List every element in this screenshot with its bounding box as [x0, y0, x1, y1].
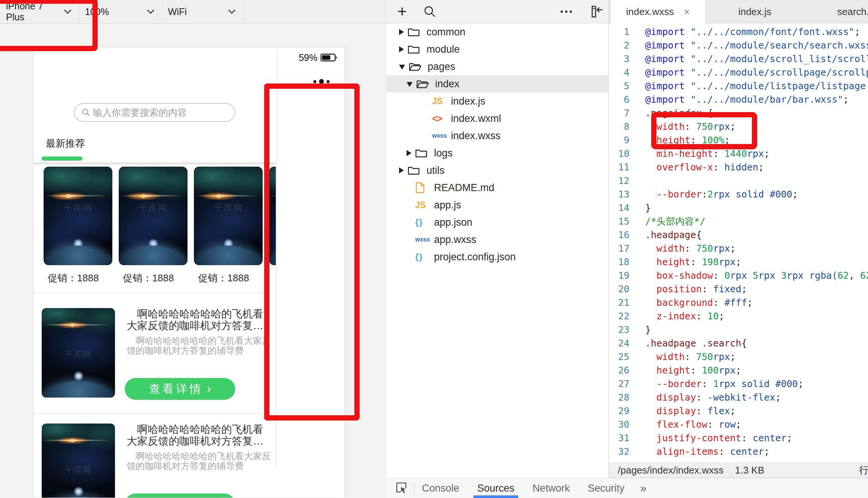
code-line-7: 7.pageindex { — [609, 106, 868, 120]
debugger-tab-network[interactable]: Network — [532, 478, 570, 498]
debugger-tab-console[interactable]: Console — [422, 478, 459, 498]
product-card[interactable]: 千库网 — [194, 167, 263, 265]
tree-item-app-js[interactable]: JSapp.js — [386, 196, 608, 214]
chevron-right-icon[interactable] — [399, 167, 404, 173]
search-input[interactable]: 输入你需要搜索的内容 — [74, 103, 235, 122]
product-card[interactable]: 千库网 — [269, 167, 277, 265]
product-card[interactable]: 千库网 — [44, 167, 112, 265]
file-explorer-panel: + commonmodulepagesindexJSindex.js<>inde… — [386, 0, 609, 498]
tree-item-index-wxml[interactable]: <>index.wxml — [386, 110, 608, 127]
chevron-right-icon[interactable] — [407, 150, 411, 156]
view-detail-button[interactable]: 查看详情› — [125, 493, 235, 498]
tree-item-app-wxss[interactable]: wxssapp.wxss — [386, 231, 608, 248]
code-area[interactable]: 1@import "../../common/font/font.wxss";2… — [609, 25, 868, 459]
tree-item-label: index.wxml — [451, 113, 501, 124]
editor-tab-index-js[interactable]: index.js — [706, 0, 804, 23]
code-line-24: 24.headpage .search{ — [609, 337, 868, 350]
tree-item-app-json[interactable]: {}app.json — [386, 214, 608, 231]
network-selector-label: WiFi — [168, 6, 187, 17]
tree-item-pages[interactable]: pages — [386, 58, 608, 75]
editor-tab-search-wxss[interactable]: search.wxss — [804, 0, 868, 23]
editor-tab-index-wxss[interactable]: index.wxss× — [610, 0, 706, 24]
tree-item-label: index.js — [451, 96, 485, 107]
content-edge-scrollbar[interactable] — [276, 165, 277, 466]
code-line-13: 13 --border:2rpx solid #000; — [609, 188, 868, 201]
network-selector[interactable]: WiFi — [162, 0, 243, 23]
watermark-label: 千库网 — [139, 202, 168, 214]
close-icon[interactable]: × — [684, 7, 690, 17]
folder-icon — [408, 164, 424, 177]
line-number: 6 — [609, 93, 629, 106]
inspect-element-icon[interactable] — [394, 481, 409, 496]
tree-item-index-wxss[interactable]: wxssindex.wxss — [386, 127, 608, 144]
code-line-6: 6@import "../../module/bar/bar.wxss"; — [609, 93, 868, 106]
code-line-16: 16.headpage{ — [609, 228, 868, 242]
more-tabs-icon[interactable]: » — [640, 482, 647, 495]
product-card[interactable]: 千库网 — [119, 167, 188, 265]
code-line-12: 12 — [609, 174, 868, 188]
tree-item-label: common — [426, 26, 466, 38]
product-cards-row: 千库网千库网千库网千库网 — [33, 167, 277, 265]
collapse-panel-icon[interactable] — [587, 4, 603, 19]
view-detail-button[interactable]: 查看详情› — [125, 378, 235, 400]
tree-item-logs[interactable]: logs — [386, 144, 608, 162]
menu-dots-icon[interactable] — [313, 79, 330, 84]
js-icon: JS — [415, 199, 432, 211]
line-number: 14 — [609, 201, 629, 215]
code-line-10: 10 min-height: 1440rpx; — [609, 147, 868, 161]
list-item[interactable]: 千库网啊哈哈哈哈哈哈哈的飞机看大家反馈的咖啡机对方答复的辅导费胜...啊哈哈哈哈… — [33, 424, 277, 498]
line-number: 26 — [609, 364, 629, 377]
code-line-17: 17 width: 750rpx; — [609, 242, 868, 255]
chevron-right-icon[interactable] — [399, 29, 404, 35]
tree-item-label: index — [435, 78, 460, 90]
add-file-icon[interactable]: + — [395, 4, 410, 19]
file-tree: commonmodulepagesindexJSindex.js<>index.… — [386, 23, 608, 266]
tree-item-README-md[interactable]: README.md — [386, 179, 608, 196]
line-number: 21 — [609, 296, 629, 310]
tab-latest-recommend[interactable]: 最新推荐 — [46, 137, 85, 150]
tree-item-common[interactable]: common — [386, 23, 608, 41]
watermark-label: 千库网 — [214, 202, 243, 214]
list-item[interactable]: 千库网啊哈哈哈哈哈哈哈的飞机看大家反馈的咖啡机对方答复的辅导费胜...啊哈哈哈哈… — [33, 308, 277, 421]
search-placeholder: 输入你需要搜索的内容 — [93, 106, 187, 119]
line-number: 10 — [609, 147, 629, 161]
debugger-tab-security[interactable]: Security — [588, 478, 625, 498]
device-selector[interactable]: iPhone 7 Plus — [0, 0, 79, 23]
search-files-icon[interactable] — [422, 4, 437, 19]
zoom-selector[interactable]: 100% — [79, 0, 162, 23]
editor-tab-label: index.js — [738, 6, 771, 18]
tree-item-utils[interactable]: utils — [386, 162, 608, 179]
tree-item-module[interactable]: module — [386, 41, 608, 58]
more-options-icon[interactable] — [558, 4, 575, 19]
tree-item-label: index.wxss — [451, 130, 501, 142]
tree-item-index[interactable]: index — [386, 75, 608, 93]
tree-item-index-js[interactable]: JSindex.js — [386, 93, 608, 110]
code-line-27: 27 --border: 1rpx solid #000; — [609, 377, 868, 391]
list-item-image: 千库网 — [42, 424, 115, 498]
code-editor-panel: index.wxss×index.jssearch.wxss 1@import … — [609, 0, 868, 498]
line-number: 24 — [609, 337, 629, 350]
divider — [33, 292, 277, 293]
line-number: 12 — [609, 174, 629, 188]
tree-item-label: pages — [428, 61, 455, 73]
line-number: 22 — [609, 310, 629, 323]
code-line-8: 8 width: 750rpx; — [609, 120, 868, 134]
tree-item-project-config-json[interactable]: {}project.config.json — [386, 248, 608, 266]
chevron-down-icon — [147, 9, 155, 15]
code-line-1: 1@import "../../common/font/font.wxss"; — [609, 25, 868, 39]
chevron-right-icon[interactable] — [399, 46, 404, 52]
code-line-5: 5@import "../../module/listpage/listpage… — [609, 79, 868, 93]
search-icon — [82, 108, 91, 117]
debugger-tab-sources[interactable]: Sources — [477, 478, 514, 498]
line-number: 2 — [609, 39, 629, 52]
divider — [414, 482, 414, 495]
tree-item-label: app.wxss — [434, 234, 476, 246]
folder-open-icon — [409, 60, 425, 73]
folder-open-icon — [416, 77, 433, 90]
chevron-down-icon[interactable] — [399, 65, 405, 70]
line-number: 7 — [609, 106, 629, 120]
line-number: 20 — [609, 282, 629, 296]
code-line-21: 21 background: #fff; — [609, 296, 868, 310]
chevron-down-icon[interactable] — [407, 82, 413, 87]
explorer-toolbar: + — [386, 0, 608, 23]
